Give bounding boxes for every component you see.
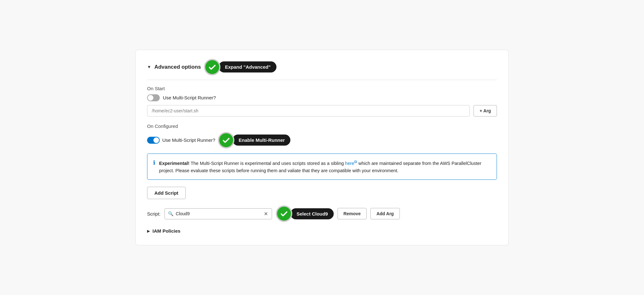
add-script-button[interactable]: Add Script bbox=[147, 187, 186, 199]
enable-multi-runner-badge-tooltip: Enable Multi-Runner bbox=[218, 132, 291, 148]
external-link-icon: ⧉ bbox=[354, 160, 357, 164]
advanced-options-panel: ▼ Advanced options Expand "Advanced" On … bbox=[135, 50, 509, 245]
iam-policies-header[interactable]: ▶ IAM Policies bbox=[147, 228, 497, 234]
iam-policies-title: IAM Policies bbox=[152, 228, 180, 234]
script-search-input[interactable] bbox=[176, 211, 261, 216]
remove-button[interactable]: Remove bbox=[337, 208, 367, 219]
expand-check-badge[interactable] bbox=[204, 59, 220, 75]
advanced-options-header: ▼ Advanced options Expand "Advanced" bbox=[147, 59, 497, 75]
info-box-text: Experimental! The Multi-Script Runner is… bbox=[159, 159, 491, 174]
on-configured-toggle-label: Use Multi-Script Runner? bbox=[162, 137, 215, 143]
on-configured-toggle-row: Use Multi-Script Runner? Enable Multi-Ru… bbox=[147, 132, 497, 148]
script-clear-button[interactable]: ✕ bbox=[263, 211, 269, 217]
on-start-toggle-label: Use Multi-Script Runner? bbox=[163, 95, 216, 100]
on-configured-label: On Configured bbox=[147, 123, 497, 129]
script-row: Script: 🔍 ✕ Select Cloud9 Remove Add Arg bbox=[147, 205, 497, 222]
experimental-info-box: ℹ Experimental! The Multi-Script Runner … bbox=[147, 154, 497, 180]
search-icon: 🔍 bbox=[168, 211, 173, 216]
on-start-toggle[interactable] bbox=[147, 94, 160, 101]
enable-check-badge[interactable] bbox=[218, 132, 234, 148]
select-cloud9-badge-tooltip: Select Cloud9 bbox=[276, 205, 334, 222]
select-cloud9-tooltip: Select Cloud9 bbox=[290, 208, 334, 219]
script-row-label: Script: bbox=[147, 211, 161, 217]
on-start-label: On Start bbox=[147, 86, 497, 91]
info-icon: ℹ bbox=[153, 159, 155, 166]
info-link[interactable]: here bbox=[345, 161, 354, 166]
expand-advanced-tooltip: Expand "Advanced" bbox=[219, 61, 276, 72]
on-start-script-input[interactable] bbox=[147, 105, 470, 116]
add-script-section: Add Script bbox=[147, 187, 497, 205]
info-body: The Multi-Script Runner is experimental … bbox=[189, 161, 345, 166]
on-start-input-row: + Arg bbox=[147, 105, 497, 116]
section-divider bbox=[147, 80, 497, 80]
chevron-right-icon: ▶ bbox=[147, 229, 150, 233]
add-arg-button[interactable]: Add Arg bbox=[370, 208, 400, 219]
on-start-toggle-row: Use Multi-Script Runner? bbox=[147, 94, 497, 101]
enable-multi-runner-tooltip: Enable Multi-Runner bbox=[232, 135, 291, 146]
on-start-arg-button[interactable]: + Arg bbox=[474, 105, 497, 116]
on-configured-toggle[interactable] bbox=[147, 137, 160, 144]
expand-advanced-badge-tooltip: Expand "Advanced" bbox=[204, 59, 276, 75]
on-configured-section: On Configured Use Multi-Script Runner? E… bbox=[147, 123, 497, 148]
script-search-wrap: 🔍 ✕ bbox=[164, 208, 272, 219]
chevron-down-icon[interactable]: ▼ bbox=[147, 65, 151, 69]
info-bold: Experimental! bbox=[159, 161, 189, 166]
advanced-options-title: Advanced options bbox=[154, 64, 201, 70]
select-check-badge[interactable] bbox=[276, 205, 292, 222]
